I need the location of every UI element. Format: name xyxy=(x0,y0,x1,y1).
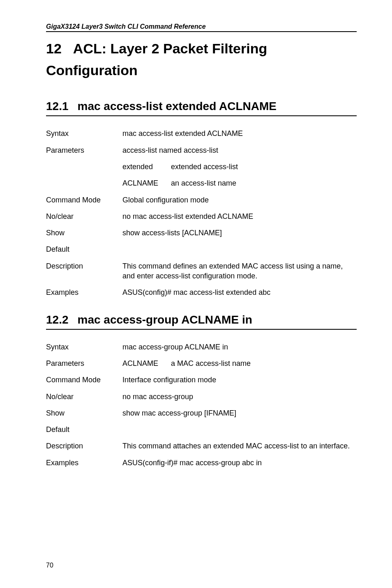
value-command-mode: Global configuration mode xyxy=(122,192,357,208)
label-syntax: Syntax xyxy=(46,339,122,355)
value-syntax: mac access-list extended ACLNAME xyxy=(122,125,357,142)
param-aclname-key: ACLNAME xyxy=(122,355,171,372)
row-show: Show show access-lists [ACLNAME] xyxy=(46,225,357,241)
row-command-mode: Command Mode Interface configuration mod… xyxy=(46,372,357,388)
section-gap xyxy=(46,301,357,313)
value-default xyxy=(122,241,357,257)
param-extended-val: extended access-list xyxy=(171,158,357,175)
value-show: show access-lists [ACLNAME] xyxy=(122,225,357,241)
label-parameters: Parameters xyxy=(46,142,122,158)
label-noclear: No/clear xyxy=(46,388,122,405)
label-default: Default xyxy=(46,421,122,438)
chapter-number: 12 xyxy=(46,38,62,60)
value-description: This command attaches an extended MAC ac… xyxy=(122,438,357,454)
row-parameters: Parameters access-list named access-list xyxy=(46,142,357,158)
section-rule-2 xyxy=(46,329,357,330)
value-examples: ASUS(config)# mac access-list extended a… xyxy=(122,284,357,301)
param-aclname-val: an access-list name xyxy=(171,175,357,191)
param-aclname-key: ACLNAME xyxy=(122,175,171,191)
section-title-text-2: mac access-group ACLNAME in xyxy=(78,313,252,326)
value-default xyxy=(122,421,357,438)
row-param-extended: extended extended access-list xyxy=(46,158,357,175)
value-parameters: access-list named access-list xyxy=(122,142,357,158)
label-default: Default xyxy=(46,241,122,257)
section-number-1: 12.1 xyxy=(46,100,69,113)
row-parameters: Parameters ACLNAME a MAC access-list nam… xyxy=(46,355,357,372)
value-noclear: no mac access-list extended ACLNAME xyxy=(122,208,357,225)
row-default: Default xyxy=(46,241,357,257)
label-command-mode: Command Mode xyxy=(46,192,122,208)
row-examples: Examples ASUS(config-if)# mac access-gro… xyxy=(46,455,357,471)
row-description: Description This command attaches an ext… xyxy=(46,438,357,454)
section-number-2: 12.2 xyxy=(46,313,69,326)
row-noclear: No/clear no mac access-list extended ACL… xyxy=(46,208,357,225)
label-syntax: Syntax xyxy=(46,125,122,142)
label-examples: Examples xyxy=(46,455,122,471)
chapter-title: 12ACL: Layer 2 Packet Filtering Configur… xyxy=(46,38,357,81)
row-command-mode: Command Mode Global configuration mode xyxy=(46,192,357,208)
label-description: Description xyxy=(46,258,122,285)
label-noclear: No/clear xyxy=(46,208,122,225)
label-examples: Examples xyxy=(46,284,122,301)
definition-table-2: Syntax mac access-group ACLNAME in Param… xyxy=(46,339,357,471)
row-show: Show show mac access-group [IFNAME] xyxy=(46,405,357,421)
row-description: Description This command defines an exte… xyxy=(46,258,357,285)
page: GigaX3124 Layer3 Switch CLI Command Refe… xyxy=(0,0,392,588)
section-rule-1 xyxy=(46,115,357,116)
section-title-text-1: mac access-list extended ACLNAME xyxy=(78,100,277,113)
label-show: Show xyxy=(46,225,122,241)
param-extended-key: extended xyxy=(122,158,171,175)
value-examples: ASUS(config-if)# mac access-group abc in xyxy=(122,455,357,471)
row-param-aclname: ACLNAME an access-list name xyxy=(46,175,357,191)
section-title-1: 12.1mac access-list extended ACLNAME xyxy=(46,100,357,113)
row-syntax: Syntax mac access-list extended ACLNAME xyxy=(46,125,357,142)
param-aclname-val: a MAC access-list name xyxy=(171,355,357,372)
row-noclear: No/clear no mac access-group xyxy=(46,388,357,405)
value-command-mode: Interface configuration mode xyxy=(122,372,357,388)
header-rule xyxy=(46,31,357,32)
value-show: show mac access-group [IFNAME] xyxy=(122,405,357,421)
label-show: Show xyxy=(46,405,122,421)
value-noclear: no mac access-group xyxy=(122,388,357,405)
row-default: Default xyxy=(46,421,357,438)
row-syntax: Syntax mac access-group ACLNAME in xyxy=(46,339,357,355)
value-description: This command defines an extended MAC acc… xyxy=(122,258,357,285)
running-header: GigaX3124 Layer3 Switch CLI Command Refe… xyxy=(46,23,357,30)
empty-cell xyxy=(46,158,122,175)
label-parameters: Parameters xyxy=(46,355,122,372)
chapter-title-text: ACL: Layer 2 Packet Filtering Configurat… xyxy=(46,41,267,78)
definition-table-1: Syntax mac access-list extended ACLNAME … xyxy=(46,125,357,301)
row-examples: Examples ASUS(config)# mac access-list e… xyxy=(46,284,357,301)
section-title-2: 12.2mac access-group ACLNAME in xyxy=(46,313,357,326)
page-number: 70 xyxy=(46,562,53,569)
label-command-mode: Command Mode xyxy=(46,372,122,388)
empty-cell xyxy=(46,175,122,191)
label-description: Description xyxy=(46,438,122,454)
value-syntax: mac access-group ACLNAME in xyxy=(122,339,357,355)
